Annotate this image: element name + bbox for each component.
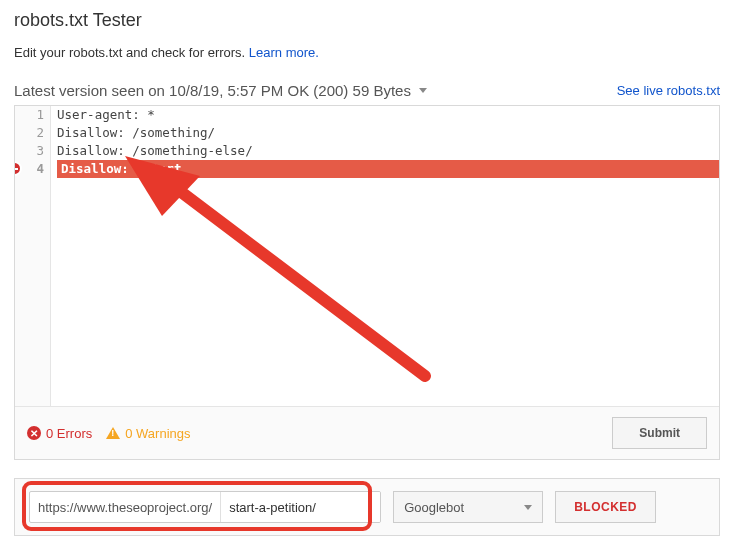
- page-subtitle: Edit your robots.txt and check for error…: [14, 45, 720, 60]
- url-path-input[interactable]: [220, 492, 380, 522]
- chevron-down-icon: [419, 88, 427, 93]
- version-bar: Latest version seen on 10/8/19, 5:57 PM …: [14, 82, 720, 99]
- editor-line[interactable]: 3Disallow: /something-else/: [15, 142, 719, 160]
- warnings-count: 0 Warnings: [125, 426, 190, 441]
- url-prefix: https://www.theseoproject.org/: [30, 500, 220, 515]
- bot-select[interactable]: Googlebot: [393, 491, 543, 523]
- errors-count: 0 Errors: [46, 426, 92, 441]
- error-icon: ✕: [27, 426, 41, 440]
- line-code: Disallow: /something-else/: [51, 142, 719, 160]
- errors-badge: ✕ 0 Errors: [27, 426, 92, 441]
- warning-icon: [106, 427, 120, 439]
- test-result-badge: BLOCKED: [555, 491, 656, 523]
- bot-select-label: Googlebot: [404, 500, 464, 515]
- robots-editor[interactable]: 1User-agent: *2Disallow: /something/3Dis…: [15, 106, 719, 406]
- line-number: 1: [15, 106, 51, 124]
- editor-line[interactable]: 2Disallow: /something/: [15, 124, 719, 142]
- see-live-link[interactable]: See live robots.txt: [617, 83, 720, 98]
- editor-line[interactable]: 1User-agent: *: [15, 106, 719, 124]
- editor-panel: 1User-agent: *2Disallow: /something/3Dis…: [14, 105, 720, 460]
- line-number: 4: [15, 160, 51, 178]
- subtitle-text: Edit your robots.txt and check for error…: [14, 45, 249, 60]
- stop-icon: [15, 161, 22, 176]
- version-text: Latest version seen on 10/8/19, 5:57 PM …: [14, 82, 411, 99]
- line-code: User-agent: *: [51, 106, 719, 124]
- line-code: Disallow: /something/: [51, 124, 719, 142]
- submit-button[interactable]: Submit: [612, 417, 707, 449]
- warnings-badge: 0 Warnings: [106, 426, 190, 441]
- url-tester-panel: https://www.theseoproject.org/ Googlebot…: [14, 478, 720, 536]
- line-number: 3: [15, 142, 51, 160]
- status-row: ✕ 0 Errors 0 Warnings Submit: [15, 406, 719, 459]
- editor-line[interactable]: 4Disallow: /start: [15, 160, 719, 178]
- url-input-group: https://www.theseoproject.org/: [29, 491, 381, 523]
- learn-more-link[interactable]: Learn more.: [249, 45, 319, 60]
- chevron-down-icon: [524, 505, 532, 510]
- version-dropdown[interactable]: Latest version seen on 10/8/19, 5:57 PM …: [14, 82, 427, 99]
- page-title: robots.txt Tester: [14, 10, 720, 31]
- line-code: Disallow: /start: [51, 160, 719, 178]
- line-number: 2: [15, 124, 51, 142]
